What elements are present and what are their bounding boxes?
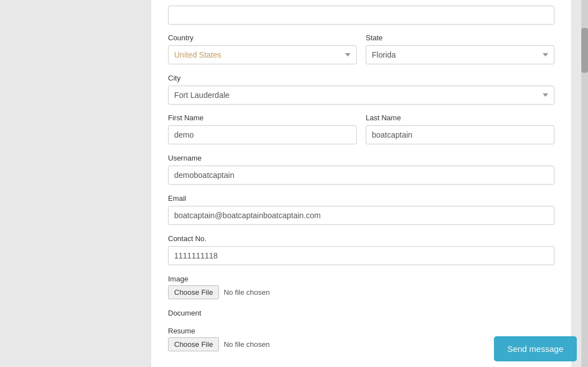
country-state-row: Country United States State Florida (168, 34, 554, 64)
username-input[interactable] (168, 166, 554, 185)
state-select[interactable]: Florida (366, 45, 554, 64)
last-name-label: Last Name (366, 114, 554, 122)
resume-label: Resume (168, 327, 195, 335)
contact-input[interactable] (168, 246, 554, 265)
resume-choose-file-button[interactable]: Choose File (168, 337, 219, 351)
email-input[interactable] (168, 206, 554, 225)
send-message-button[interactable]: Send message (494, 336, 577, 361)
email-section: Email (168, 194, 554, 225)
right-panel (571, 0, 588, 367)
image-file-wrapper: Choose File No file chosen (168, 285, 554, 299)
email-label: Email (168, 194, 186, 203)
state-label: State (366, 34, 554, 42)
country-select[interactable]: United States (168, 45, 357, 64)
image-no-file-text: No file chosen (223, 288, 269, 297)
document-label: Document (168, 309, 201, 317)
state-group: State Florida (366, 34, 554, 64)
city-label: City (168, 74, 180, 82)
main-content: Country United States State Florida City… (151, 0, 571, 367)
first-name-group: First Name (168, 114, 357, 144)
image-section: Image Choose File No file chosen (168, 274, 554, 299)
contact-label: Contact No. (168, 234, 207, 243)
city-select[interactable]: Fort Lauderdale (168, 86, 554, 105)
first-name-input[interactable] (168, 125, 357, 144)
username-label: Username (168, 154, 202, 162)
country-group: Country United States (168, 34, 357, 64)
left-panel (0, 0, 151, 367)
last-name-group: Last Name (366, 114, 554, 144)
contact-section: Contact No. (168, 234, 554, 265)
first-name-label: First Name (168, 114, 357, 122)
scrollbar-track[interactable] (581, 0, 588, 367)
name-row: First Name Last Name (168, 114, 554, 144)
top-input[interactable] (168, 6, 554, 25)
document-section: Document (168, 308, 554, 317)
city-section: City Fort Lauderdale (168, 73, 554, 105)
image-choose-file-button[interactable]: Choose File (168, 285, 219, 299)
country-label: Country (168, 34, 357, 42)
username-section: Username (168, 153, 554, 185)
resume-no-file-text: No file chosen (223, 340, 269, 349)
last-name-input[interactable] (366, 125, 554, 144)
image-label: Image (168, 275, 188, 283)
scrollbar-thumb[interactable] (581, 28, 588, 73)
